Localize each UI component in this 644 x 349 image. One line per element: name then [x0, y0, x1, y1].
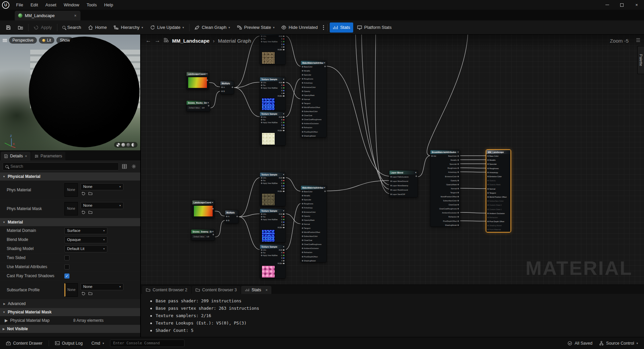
forward-button[interactable]: → — [155, 37, 160, 44]
pin-row[interactable]: RGBA — [260, 262, 285, 265]
use-material-attributes-checkbox[interactable] — [64, 264, 69, 269]
pin-row[interactable]: UVsRGB — [260, 81, 285, 84]
section-not-visible[interactable]: ▶ Not Visible — [0, 325, 140, 333]
pin-row[interactable]: Shading Model — [486, 223, 511, 228]
phys-material-select[interactable]: None ▾ — [80, 183, 123, 190]
two-sided-checkbox[interactable] — [64, 255, 69, 260]
pin-row[interactable]: B — [260, 89, 285, 92]
node-param-snowy-swamp-ground[interactable]: Snowy_Swamp_Ground▾Default Value1.0 — [191, 229, 215, 241]
pin-row[interactable]: ClearCoatRoughness — [430, 207, 460, 211]
maximize-button[interactable] — [614, 0, 629, 10]
pin-row[interactable]: Emissive Color — [486, 174, 511, 179]
tab-parameters[interactable]: Parameters — [31, 152, 66, 160]
pin-row[interactable]: Refraction — [430, 215, 460, 219]
pin-row[interactable]: Roughness — [430, 166, 460, 170]
pin-row[interactable]: Apply View MipBiasG — [260, 121, 285, 124]
source-control-button[interactable]: Source Control ▾ — [596, 339, 641, 347]
pin-row[interactable]: A — [260, 46, 285, 48]
dark-sphere-icon[interactable] — [126, 143, 130, 147]
pin-row[interactable]: Normal — [301, 97, 326, 101]
pin-row[interactable]: Ambient Occlusion — [486, 211, 511, 215]
pin-row[interactable]: RGBA — [260, 48, 285, 51]
pin-row[interactable]: ShadingModel — [430, 223, 460, 227]
pin-row[interactable]: Apply View MipBiasG — [260, 40, 285, 43]
pin-row[interactable]: WorldPositionOffset — [430, 195, 460, 199]
subsurface-profile-thumbnail[interactable]: None — [64, 283, 78, 297]
pin-row[interactable]: Refraction — [486, 215, 511, 219]
pin-row[interactable]: PixelDepthOffset — [301, 255, 326, 259]
stats-panel[interactable]: Base pass shader: 209 instructions Base … — [141, 294, 644, 337]
tab-stats[interactable]: Stats × — [241, 286, 271, 294]
node-landscape-coords-1[interactable]: LandscapeCoords▾ — [186, 71, 209, 90]
node-texture-sample-rock-2[interactable]: Texture Sample▾UVsRGBTexRApply View MipB… — [260, 172, 286, 206]
preview-mesh-switcher[interactable] — [114, 142, 138, 148]
breadcrumb-current[interactable]: Material Graph — [218, 38, 251, 44]
pin-row[interactable]: Opacity — [486, 179, 511, 183]
pin-row[interactable]: B — [220, 89, 234, 93]
pin-row[interactable]: A — [260, 223, 285, 226]
stats-button[interactable]: Stats — [330, 22, 353, 33]
pin-row[interactable]: UVsRGB — [260, 213, 285, 215]
pin-row[interactable]: EmissiveColor — [430, 174, 460, 178]
pin-row[interactable]: BaseColor — [301, 190, 326, 194]
pin-row[interactable]: Opacity — [430, 179, 460, 183]
browse-to-asset-button[interactable] — [88, 191, 93, 197]
tab-close-icon[interactable]: × — [266, 288, 268, 292]
pin-row[interactable]: OpacityMask — [301, 218, 326, 222]
pin-row[interactable]: TexR — [260, 38, 285, 40]
cmd-selector[interactable]: Cmd ▾ — [89, 339, 107, 347]
unreal-logo-icon[interactable]: U — [2, 1, 9, 9]
back-button[interactable]: ← — [146, 37, 151, 44]
pin-row[interactable]: Layer MossGround — [389, 179, 418, 183]
pin-row[interactable]: RGBA — [260, 226, 285, 229]
pin-row[interactable]: A — [260, 127, 285, 129]
subsurface-profile-select[interactable]: None ▾ — [80, 283, 123, 290]
pin-row[interactable]: PixelDepthOffset — [301, 130, 326, 134]
pin-row[interactable]: EmissiveColor — [301, 210, 326, 214]
pin-row[interactable]: UVsRGB — [260, 249, 285, 251]
pin-row[interactable]: Anisotropy — [301, 206, 326, 210]
pin-row[interactable]: Metallic — [430, 158, 460, 162]
breadcrumb-root[interactable]: MM_Landscape — [172, 38, 210, 44]
pin-row[interactable]: Metallic — [301, 69, 326, 73]
pin-row[interactable]: SubsurfaceColor — [430, 199, 460, 203]
pin-row[interactable]: Layer FallenLeaves — [389, 174, 418, 179]
pin-row[interactable]: Front Material — [486, 228, 511, 232]
node-layer-blend[interactable]: Layer Blend▾Layer FallenLeavesLayer Moss… — [389, 170, 418, 197]
pin-row[interactable]: AttrBaseColor — [430, 154, 460, 158]
cast-ray-traced-shadows-checkbox[interactable]: ✓ — [64, 273, 69, 279]
palette-tab[interactable]: Palette — [637, 46, 644, 74]
output-log-button[interactable]: Output Log — [52, 339, 86, 347]
graph-view-options-icon[interactable] — [636, 38, 641, 44]
pin-row[interactable]: Roughness — [486, 166, 511, 170]
menu-tools[interactable]: Tools — [83, 1, 100, 9]
pin-row[interactable]: ClearCoat — [301, 113, 326, 117]
viewport-menu-icon[interactable] — [3, 39, 7, 42]
pin-row[interactable]: Refraction — [301, 126, 326, 130]
node-multiply-2[interactable]: MultiplyAB — [225, 210, 239, 223]
pin-row[interactable]: BaseColor — [301, 65, 326, 69]
platform-stats-button[interactable]: Platform Stats — [354, 22, 395, 33]
browse-to-asset-button[interactable] — [88, 210, 93, 215]
material-graph-editor[interactable]: Texture Sample▾UVsRGBTexRApply View MipB… — [141, 35, 644, 285]
pin-row[interactable]: Apply View MipBiasG — [260, 87, 285, 89]
pin-row[interactable]: Specular — [430, 162, 460, 166]
tab-details[interactable]: Details × — [1, 152, 31, 160]
node-texture-sample-normal-2[interactable]: Texture Sample▾UVsRGBTexRApply View MipB… — [260, 208, 286, 243]
all-saved-indicator[interactable]: All Saved — [565, 339, 595, 347]
advanced-row[interactable]: ▶ Advanced — [0, 299, 140, 308]
pin-row[interactable]: PixelDepthOffset — [430, 219, 460, 223]
save-button[interactable] — [3, 22, 14, 33]
pin-row[interactable]: TexR — [260, 215, 285, 218]
node-landscape-coords-2[interactable]: LandscapeCoords▾ — [192, 200, 215, 218]
pin-row[interactable]: EmissiveColor — [301, 85, 326, 89]
section-physical-material-mask[interactable]: ▼ Physical Material Mask — [0, 308, 140, 316]
pin-row[interactable]: SubsurfaceColor — [301, 234, 326, 238]
live-update-button[interactable]: Live Update ▾ — [147, 22, 187, 33]
phys-material-thumbnail[interactable]: None — [64, 183, 78, 197]
lit-button[interactable]: Lit — [39, 37, 55, 44]
apply-button[interactable]: Apply — [31, 22, 55, 33]
section-physical-material[interactable]: ▼ Physical Material — [0, 172, 140, 181]
pin-row[interactable]: OpacityMask — [430, 183, 460, 187]
use-selected-asset-button[interactable] — [81, 210, 86, 215]
